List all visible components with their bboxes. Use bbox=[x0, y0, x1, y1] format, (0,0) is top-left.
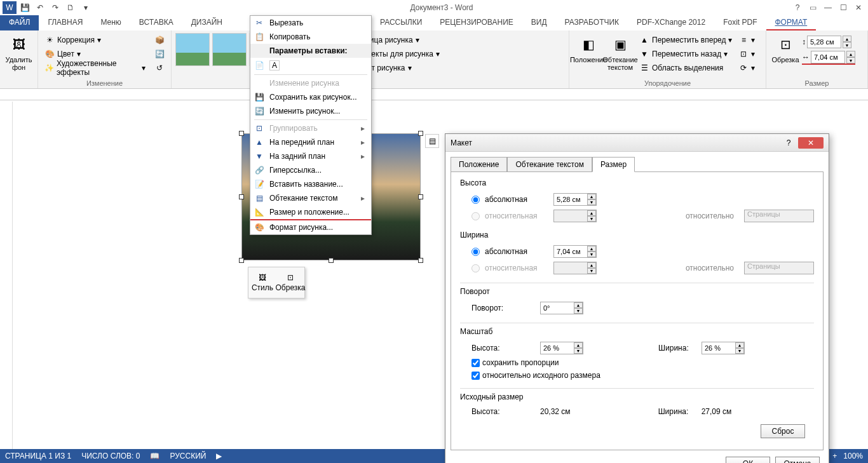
corrections-button[interactable]: ☀Коррекция ▾ bbox=[42, 33, 148, 47]
width-input[interactable]: ↔▲▼ bbox=[802, 51, 855, 65]
tab-home[interactable]: ГЛАВНАЯ bbox=[39, 15, 92, 30]
tab-foxit[interactable]: Foxit PDF bbox=[714, 15, 766, 30]
dlg-tab-position[interactable]: Положение bbox=[451, 157, 507, 172]
dlg-tab-size[interactable]: Размер bbox=[592, 157, 635, 172]
language-indicator[interactable]: РУССКИЙ bbox=[170, 452, 206, 460]
spin-down[interactable]: ▼ bbox=[843, 42, 851, 48]
rotation-input[interactable]: ▲▼ bbox=[540, 302, 583, 314]
tab-developer[interactable]: РАЗРАБОТЧИК bbox=[556, 15, 628, 30]
ctx-wrap-text[interactable]: ▤Обтекание текстом▸ bbox=[250, 191, 371, 205]
resize-handle[interactable] bbox=[239, 131, 244, 136]
close-icon[interactable]: ✕ bbox=[851, 1, 865, 14]
ok-button[interactable]: ОК bbox=[726, 457, 770, 463]
save-icon[interactable]: 💾 bbox=[18, 1, 32, 14]
bring-forward-button[interactable]: ▲Переместить вперед ▾ bbox=[637, 33, 735, 47]
ctx-change-pic[interactable]: 🔄Изменить рисунок... bbox=[250, 104, 371, 118]
change-pic-button[interactable]: 🔄 bbox=[152, 47, 167, 61]
tab-insert[interactable]: ВСТАВКА bbox=[130, 15, 182, 30]
dialog-close-icon[interactable]: ✕ bbox=[798, 137, 824, 149]
page-indicator[interactable]: СТРАНИЦА 1 ИЗ 1 bbox=[5, 452, 71, 460]
mini-crop-button[interactable]: ⊡Обрезка bbox=[276, 267, 304, 298]
new-doc-icon[interactable]: 🗋 bbox=[64, 1, 78, 14]
tab-pdfxchange[interactable]: PDF-XChange 2012 bbox=[628, 15, 714, 30]
width-icon: ↔ bbox=[802, 53, 810, 62]
style-thumb[interactable] bbox=[175, 33, 210, 66]
resize-handle[interactable] bbox=[329, 258, 334, 263]
width-absolute-input[interactable]: ▲▼ bbox=[553, 245, 597, 258]
remove-background-button[interactable]: 🖼Удалить фон bbox=[4, 33, 34, 72]
mini-style-button[interactable]: 🖼Стиль bbox=[248, 267, 276, 298]
spin-up[interactable]: ▲ bbox=[846, 51, 855, 57]
cancel-button[interactable]: Отмена bbox=[775, 457, 820, 463]
app-icon[interactable]: W bbox=[3, 1, 17, 14]
tab-review[interactable]: РЕЦЕНЗИРОВАНИЕ bbox=[431, 15, 522, 30]
send-back-icon: ▼ bbox=[639, 49, 649, 59]
help-icon[interactable]: ? bbox=[790, 1, 804, 14]
width-absolute-radio[interactable] bbox=[471, 248, 480, 256]
macro-icon[interactable]: ▶ bbox=[216, 452, 222, 460]
height-absolute-radio[interactable] bbox=[471, 196, 480, 204]
ctx-send-back[interactable]: ▼На задний план▸ bbox=[250, 149, 371, 163]
resize-handle[interactable] bbox=[418, 131, 423, 136]
relative-original-checkbox[interactable] bbox=[471, 372, 480, 380]
tab-design[interactable]: ДИЗАЙН bbox=[182, 15, 231, 30]
height-absolute-input[interactable]: ▲▼ bbox=[553, 193, 597, 206]
scale-height-input[interactable]: ▲▼ bbox=[540, 342, 583, 354]
ctx-size-position[interactable]: 📐Размер и положение... bbox=[250, 205, 371, 220]
reset-pic-button[interactable]: ↺ bbox=[152, 61, 167, 75]
qat-dropdown-icon[interactable]: ▾ bbox=[79, 1, 93, 14]
rotate-button[interactable]: ⟳▾ bbox=[736, 61, 757, 75]
resize-handle[interactable] bbox=[418, 258, 423, 263]
ctx-hyperlink[interactable]: 🔗Гиперссылка... bbox=[250, 163, 371, 177]
selection-pane-button[interactable]: ☰Область выделения bbox=[637, 61, 735, 75]
ctx-copy[interactable]: 📋Копировать bbox=[250, 30, 371, 44]
horizontal-ruler[interactable] bbox=[0, 89, 868, 100]
ctx-save-as-pic[interactable]: 💾Сохранить как рисунок... bbox=[250, 90, 371, 104]
redo-icon[interactable]: ↷ bbox=[48, 1, 62, 14]
group-button[interactable]: ⊡▾ bbox=[736, 47, 757, 61]
layout-options-icon[interactable]: ▤ bbox=[425, 134, 439, 148]
wrap-icon: ▣ bbox=[610, 34, 630, 55]
spell-check-icon[interactable]: 📖 bbox=[150, 452, 159, 460]
zoom-level[interactable]: 100% bbox=[843, 452, 863, 460]
scale-width-input[interactable]: ▲▼ bbox=[702, 342, 745, 354]
ctx-bring-front[interactable]: ▲На передний план▸ bbox=[250, 135, 371, 149]
tab-format[interactable]: ФОРМАТ bbox=[766, 15, 817, 30]
word-count[interactable]: ЧИСЛО СЛОВ: 0 bbox=[81, 452, 140, 460]
artistic-effects-button[interactable]: ✨Художественные эффекты ▾ bbox=[42, 61, 148, 75]
spin-up[interactable]: ▲ bbox=[843, 36, 851, 42]
spin-down[interactable]: ▼ bbox=[846, 57, 855, 64]
tab-mailings[interactable]: РАССЫЛКИ bbox=[371, 15, 431, 30]
resize-handle[interactable] bbox=[239, 194, 244, 199]
crop-button[interactable]: ⊡Обрезка bbox=[770, 33, 801, 65]
dialog-titlebar[interactable]: Макет ? ✕ bbox=[445, 134, 829, 152]
tab-file[interactable]: ФАЙЛ bbox=[0, 15, 39, 30]
resize-handle[interactable] bbox=[418, 194, 423, 199]
keep-ratio-checkbox[interactable] bbox=[471, 359, 480, 367]
dlg-tab-wrap[interactable]: Обтекание текстом bbox=[507, 157, 592, 172]
height-relative-radio bbox=[471, 212, 480, 220]
ctx-paste-option[interactable]: 📄A bbox=[250, 58, 371, 73]
style-thumb[interactable] bbox=[212, 33, 247, 66]
position-button[interactable]: ◧Положение bbox=[573, 33, 604, 65]
undo-icon[interactable]: ↶ bbox=[33, 1, 47, 14]
tab-menu[interactable]: Меню bbox=[92, 15, 130, 30]
wrap-text-button[interactable]: ▣Обтекание текстом bbox=[605, 33, 635, 72]
compress-pic-button[interactable]: 📦 bbox=[152, 33, 167, 47]
change-group-label: Изменение bbox=[42, 78, 167, 87]
minimize-icon[interactable]: — bbox=[821, 1, 835, 14]
ctx-cut[interactable]: ✂Вырезать bbox=[250, 16, 371, 30]
maximize-icon[interactable]: ☐ bbox=[836, 1, 850, 14]
ctx-format-picture[interactable]: 🎨Формат рисунка... bbox=[250, 220, 371, 234]
tab-view[interactable]: ВИД bbox=[522, 15, 556, 30]
vertical-ruler[interactable] bbox=[0, 102, 13, 449]
height-input[interactable]: ↕▲▼ bbox=[802, 36, 855, 48]
ribbon-display-icon[interactable]: ▭ bbox=[806, 1, 820, 14]
resize-handle[interactable] bbox=[239, 258, 244, 263]
reset-button[interactable]: Сброс bbox=[761, 424, 805, 438]
send-backward-button[interactable]: ▼Переместить назад ▾ bbox=[637, 47, 735, 61]
dialog-help-icon[interactable]: ? bbox=[782, 137, 796, 149]
ctx-insert-caption[interactable]: 📝Вставить название... bbox=[250, 177, 371, 191]
align-button[interactable]: ≡▾ bbox=[736, 33, 757, 47]
zoom-in-icon[interactable]: + bbox=[832, 452, 837, 460]
